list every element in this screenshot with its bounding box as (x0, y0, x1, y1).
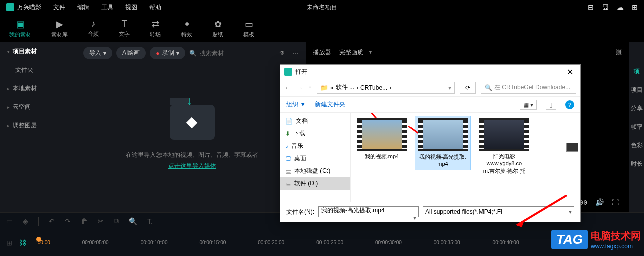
timeline-tick: 00:00:05:00 (82, 240, 109, 245)
search-icon: 🔍 (189, 50, 197, 57)
menu-file[interactable]: 文件 (53, 3, 65, 12)
search-media[interactable]: 🔍 (189, 50, 273, 57)
video-thumbnail (357, 118, 407, 151)
ai-draw-button[interactable]: AI绘画 (116, 47, 146, 59)
main-tabs: ▣我的素材 ▶素材库 ♪音频 T文字 ⇄转场 ✦特效 ✿贴纸 ▭模板 (0, 14, 644, 42)
tab-my-media[interactable]: ▣我的素材 (9, 19, 31, 38)
close-icon[interactable]: ✕ (564, 67, 576, 77)
tool-redo-icon[interactable]: ↷ (65, 217, 71, 225)
snapshot-icon[interactable]: 🖼 (616, 49, 622, 56)
tool-copy-icon[interactable]: ⧉ (114, 217, 119, 225)
tool-undo-icon[interactable]: ↶ (49, 217, 55, 225)
grid-icon[interactable]: ⊞ (632, 3, 638, 11)
rpanel-item-5[interactable]: 时长 (631, 160, 643, 168)
timeline-tick: 00:00:10:00 (141, 240, 168, 245)
dialog-logo (284, 68, 292, 76)
app-logo (6, 3, 14, 11)
refresh-icon[interactable]: ⟳ (460, 82, 476, 94)
breadcrumb[interactable]: 📁 « 软件 ...› CRTube...› ▾ (317, 82, 455, 94)
sidebar-item-folder[interactable]: 文件夹 (0, 61, 78, 79)
tree-item-desktop[interactable]: 🖵桌面 (280, 152, 350, 165)
file-item[interactable]: 阳光电影 www.ygdy8.co m.吉尔莫·德尔·托 (476, 116, 532, 176)
tree-item-downloads[interactable]: ⬇下载 (280, 127, 350, 140)
tab-sticker[interactable]: ✿贴纸 (212, 19, 223, 38)
search-input[interactable] (200, 50, 250, 57)
save-icon[interactable]: 🖫 (602, 3, 609, 11)
menu-edit[interactable]: 编辑 (77, 3, 89, 12)
file-item[interactable]: 我的视频.mp4 (354, 116, 410, 162)
folder-icon: ↓ (170, 105, 215, 140)
organize-button[interactable]: 组织 ▼ (286, 100, 306, 109)
tab-audio[interactable]: ♪音频 (88, 19, 99, 38)
timeline-link-icon[interactable]: ⛓ (19, 239, 26, 247)
record-button[interactable]: ●录制▾ (150, 47, 185, 59)
import-button[interactable]: 导入▾ (83, 47, 112, 59)
menu-tool[interactable]: 工具 (101, 3, 113, 12)
volume-icon[interactable]: 🔊 (595, 198, 604, 206)
media-panel: 导入▾ AI绘画 ●录制▾ 🔍 ⚗ ⋯ ↓ 在这里导入您本地的视频、图片、音频、… (78, 42, 306, 212)
more-icon[interactable]: ⋯ (291, 50, 301, 57)
rpanel-top[interactable]: 项 (634, 67, 640, 76)
nav-up-icon[interactable]: ↑ (308, 84, 312, 92)
playhead[interactable] (36, 237, 41, 242)
tool-marker-icon[interactable]: ◈ (23, 217, 28, 225)
filter-icon[interactable]: ⚗ (277, 50, 287, 57)
rpanel-item-2[interactable]: 分享 (631, 104, 643, 113)
file-name: 我的视频-高光提取.mp4 (417, 153, 468, 168)
tab-template[interactable]: ▭模板 (243, 19, 254, 38)
tool-crop-icon[interactable]: ▭ (6, 217, 13, 225)
file-item-selected[interactable]: 我的视频-高光提取.mp4 (415, 116, 471, 170)
timeline-tick: 00:00:20:00 (258, 240, 284, 245)
nav-back-icon[interactable]: ← (284, 84, 291, 92)
timeline-grid-icon[interactable]: ⊞ (6, 239, 12, 247)
drop-import-link[interactable]: 点击这里导入媒体 (126, 161, 258, 172)
dialog-search[interactable]: 🔍 在 CRTubeGet Downloade... (481, 82, 576, 94)
tool-text-icon[interactable]: T. (147, 217, 153, 225)
new-folder-button[interactable]: 新建文件夹 (315, 100, 345, 109)
menu-view[interactable]: 视图 (125, 3, 137, 12)
video-thumbnail (418, 118, 468, 151)
tab-media-lib[interactable]: ▶素材库 (51, 19, 68, 38)
timeline-tick: 00:00:30:00 (375, 240, 402, 245)
sidebar-item-project[interactable]: ▾项目素材 (0, 42, 78, 61)
filename-input[interactable]: ▾ (318, 206, 419, 217)
quality-select[interactable]: 完整画质▼ (339, 48, 373, 57)
timeline-ruler[interactable]: :00:00 00:00:05:00 00:00:10:00 00:00:15:… (36, 240, 638, 245)
menu-help[interactable]: 帮助 (149, 3, 162, 12)
sidebar: ▾项目素材 文件夹 ▸本地素材 ▸云空间 ▸调整图层 (0, 42, 78, 212)
sidebar-item-adjust[interactable]: ▸调整图层 (0, 116, 78, 135)
tree-item-cdrive[interactable]: 🖴本地磁盘 (C:) (280, 165, 350, 177)
tab-effect[interactable]: ✦特效 (181, 19, 192, 38)
timeline-tick: 00:00:35:00 (434, 240, 460, 245)
tab-text[interactable]: T文字 (119, 19, 130, 38)
nav-forward-icon[interactable]: → (296, 84, 303, 92)
timeline-tick: 00:00:15:00 (199, 240, 226, 245)
rpanel-item-1[interactable]: 项目 (631, 86, 643, 94)
help-icon[interactable]: ? (565, 100, 574, 109)
screen-icon[interactable]: ⊟ (588, 3, 594, 11)
tool-search-icon[interactable]: 🔍 (129, 217, 137, 225)
file-filter-select[interactable]: All supported files(*.MP4;*.FI▾ (423, 206, 574, 217)
tree-item-ddrive[interactable]: 🖴软件 (D:) (280, 177, 350, 190)
sidebar-item-local[interactable]: ▸本地素材 (0, 79, 78, 98)
tool-cut-icon[interactable]: ✂ (98, 217, 104, 225)
rpanel-item-3[interactable]: 帧率 (631, 123, 643, 131)
tab-transition[interactable]: ⇄转场 (150, 19, 161, 38)
drop-area[interactable]: ↓ 在这里导入您本地的视频、图片、音频、字幕或者 点击这里导入媒体 (78, 64, 306, 212)
menubar: 万兴喵影 文件 编辑 工具 视图 帮助 未命名项目 ⊟ 🖫 ☁ ⊞ (0, 0, 644, 14)
file-name: 我的视频.mp4 (356, 153, 408, 160)
sidebar-item-cloud[interactable]: ▸云空间 (0, 98, 78, 116)
rpanel-item-4[interactable]: 色彩 (631, 141, 643, 150)
search-icon: 🔍 (485, 84, 492, 91)
tool-delete-icon[interactable]: 🗑 (81, 217, 88, 225)
tree-item-music[interactable]: ♪音乐 (280, 140, 350, 152)
timeline-tick: 00:00:25:00 (316, 240, 343, 245)
tree-item-docs[interactable]: 📄文档 (280, 115, 350, 127)
cloud-icon[interactable]: ☁ (617, 3, 624, 11)
view-mode-button[interactable]: ▦ ▾ (520, 100, 537, 110)
filmstrip-icon (566, 143, 578, 152)
right-panel: 项 项目 分享 帧率 色彩 时长 (629, 42, 644, 212)
preview-pane-button[interactable]: ▯ (546, 100, 556, 110)
timeline[interactable]: ⊞ ⛓ :00:00 00:00:05:00 00:00:10:00 00:00… (0, 229, 644, 256)
fullscreen-icon[interactable]: ⛶ (612, 198, 619, 206)
